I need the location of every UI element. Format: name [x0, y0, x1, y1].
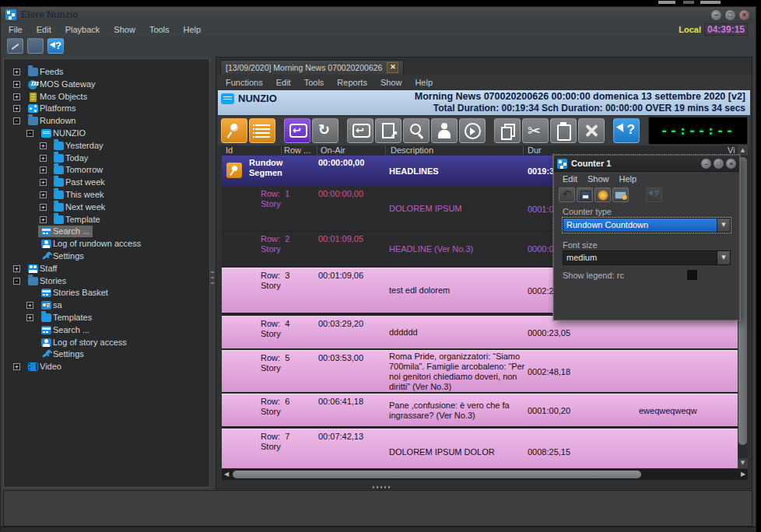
- tree-expander[interactable]: +: [40, 166, 47, 173]
- money-card-icon[interactable]: [612, 187, 629, 202]
- maximize-button[interactable]: □: [725, 10, 735, 20]
- scroll-down-icon[interactable]: ▼: [738, 458, 748, 468]
- horizontal-splitter[interactable]: [373, 486, 391, 488]
- app-menu-item[interactable]: File: [9, 25, 23, 34]
- app-menu-item[interactable]: Edit: [37, 25, 51, 34]
- save-icon[interactable]: [577, 187, 593, 202]
- counter-menu-item[interactable]: Show: [587, 174, 609, 184]
- tree-item[interactable]: + Video: [4, 361, 209, 373]
- app-menu-item[interactable]: Playback: [65, 25, 100, 34]
- help-cursor-icon[interactable]: [613, 118, 640, 143]
- tree-item[interactable]: Log of story access: [4, 337, 209, 349]
- tree-item[interactable]: Stories Basket: [4, 287, 209, 299]
- chevron-down-icon[interactable]: ▼: [717, 219, 730, 232]
- close-button[interactable]: ×: [739, 10, 749, 20]
- counter-menu-item[interactable]: Edit: [563, 174, 577, 184]
- tree-expander[interactable]: -: [26, 130, 33, 137]
- tree-item[interactable]: + Tomorrow: [4, 164, 209, 177]
- tree-item[interactable]: + Platforms: [4, 103, 209, 115]
- counter-minimize-button[interactable]: –: [701, 159, 711, 169]
- rundown-tab[interactable]: [13/09/2020] Morning News 070020200626 ✕: [220, 60, 404, 75]
- story-send-icon[interactable]: [284, 118, 310, 143]
- copy-icon[interactable]: [494, 118, 521, 143]
- tree-expander[interactable]: +: [40, 191, 47, 198]
- column-header-onair[interactable]: On-Air: [321, 145, 345, 156]
- tree-expander[interactable]: +: [13, 93, 20, 100]
- help-cursor-icon[interactable]: [47, 38, 64, 54]
- play-icon[interactable]: [459, 118, 486, 143]
- app-menu-item[interactable]: Help: [184, 25, 202, 34]
- document-menu-item[interactable]: Show: [380, 78, 402, 87]
- rundown-list-icon[interactable]: [249, 118, 275, 143]
- tree-expander[interactable]: -: [13, 117, 20, 124]
- edit-pen-icon[interactable]: [7, 38, 23, 54]
- horizontal-scrollbar-thumb[interactable]: [233, 471, 641, 478]
- tree-expander[interactable]: +: [13, 363, 20, 370]
- tree-item[interactable]: Search ...: [4, 226, 209, 238]
- rundown-row[interactable]: Row: 5Story 00:03:53,00 Roma Pride, orga…: [222, 350, 738, 392]
- counter-title-bar[interactable]: Counter 1 – □ ×: [554, 156, 739, 172]
- undo-icon[interactable]: [559, 187, 575, 202]
- tree-expander[interactable]: +: [13, 81, 20, 88]
- tree-expander[interactable]: +: [26, 314, 33, 321]
- edit-page-icon[interactable]: [375, 118, 402, 143]
- tree-item[interactable]: + MOS Gateway: [4, 79, 209, 91]
- rundown-row[interactable]: Row: 7Story 00:07:42,13 DOLOREM IPSUM DO…: [222, 429, 738, 468]
- tree-item[interactable]: Log of rundown access: [4, 238, 209, 250]
- document-menu-item[interactable]: Functions: [226, 78, 263, 87]
- column-header-row[interactable]: Row ...: [284, 145, 310, 156]
- tree-expander[interactable]: +: [13, 265, 20, 272]
- tree-item[interactable]: + sa: [4, 299, 209, 312]
- tree-item[interactable]: + This week: [4, 189, 209, 201]
- column-header-description[interactable]: Description: [391, 145, 433, 156]
- font-size-select[interactable]: medium ▼: [563, 250, 731, 265]
- tree-item[interactable]: - NUNZIO: [4, 128, 209, 140]
- chevron-down-icon[interactable]: ▼: [717, 251, 730, 264]
- tree-expander[interactable]: +: [13, 105, 20, 112]
- tree-expander[interactable]: +: [40, 204, 47, 211]
- help-cursor-icon[interactable]: [646, 187, 662, 202]
- tree-expander[interactable]: +: [40, 142, 47, 149]
- rundown-row[interactable]: Row: 6Story 00:06:41,18 Pane ,confusione…: [222, 394, 738, 426]
- tree-expander[interactable]: -: [13, 278, 20, 285]
- tree-expander[interactable]: +: [40, 179, 47, 186]
- money-icon[interactable]: [594, 187, 611, 202]
- counter-menu-item[interactable]: Help: [619, 174, 637, 184]
- reload-icon[interactable]: [312, 118, 338, 143]
- tree-item[interactable]: Settings: [4, 250, 209, 263]
- tree-expander[interactable]: +: [40, 155, 47, 162]
- horizontal-scrollbar[interactable]: ◀ ▶: [222, 469, 748, 480]
- counter-close-button[interactable]: ×: [726, 159, 736, 169]
- document-menu-item[interactable]: Reports: [337, 78, 367, 87]
- tree-item[interactable]: + Templates: [4, 312, 209, 324]
- search-icon[interactable]: [403, 118, 430, 143]
- tree-item[interactable]: + Template: [4, 214, 209, 226]
- rundown-row[interactable]: Row: 4Story 00:03:29,20 dddddd 0000:23,0…: [222, 316, 738, 348]
- counter-type-select[interactable]: Rundown Countdown ▼: [563, 218, 731, 233]
- tree-expander[interactable]: +: [13, 68, 20, 75]
- app-menu-item[interactable]: Show: [114, 25, 135, 34]
- tab-close-icon[interactable]: ✕: [387, 62, 398, 73]
- delete-icon[interactable]: [578, 118, 605, 143]
- tree-item[interactable]: + Mos Objects: [4, 91, 209, 103]
- paste-icon[interactable]: [550, 118, 577, 143]
- title-bar[interactable]: Etere Nunzio – □ ×: [1, 7, 756, 23]
- document-menu-item[interactable]: Help: [415, 78, 433, 87]
- cut-icon[interactable]: [522, 118, 549, 143]
- user-icon[interactable]: [431, 118, 458, 143]
- column-header-dur[interactable]: Dur: [528, 145, 542, 156]
- document-menu-item[interactable]: Tools: [304, 78, 324, 87]
- document-menu-item[interactable]: Edit: [276, 78, 291, 87]
- tree-item[interactable]: + Past week: [4, 177, 209, 189]
- story-arrow-icon[interactable]: [347, 118, 373, 143]
- tree-item[interactable]: - Rundown: [4, 115, 209, 128]
- tree-item[interactable]: + Next week: [4, 201, 209, 214]
- scroll-right-icon[interactable]: ▶: [738, 469, 748, 480]
- tree-item[interactable]: Settings: [4, 348, 209, 361]
- app-menu-item[interactable]: Tools: [149, 25, 170, 34]
- counter-maximize-button[interactable]: □: [714, 159, 724, 169]
- show-legend-checkbox[interactable]: [686, 269, 698, 281]
- panel-splitter[interactable]: [211, 271, 214, 287]
- tree-expander[interactable]: +: [40, 216, 47, 223]
- tree-item[interactable]: - Stories: [4, 275, 209, 288]
